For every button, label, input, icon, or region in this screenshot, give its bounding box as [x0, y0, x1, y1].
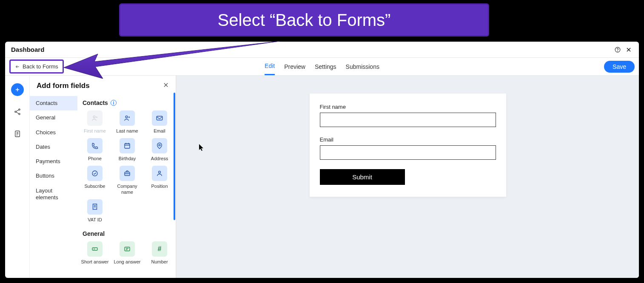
form-list-button[interactable]	[11, 127, 24, 140]
save-button[interactable]: Save	[604, 61, 635, 73]
email-input[interactable]	[320, 145, 496, 160]
person-icon	[156, 170, 163, 177]
category-contacts[interactable]: Contacts	[30, 96, 77, 110]
text-box-short-icon	[91, 245, 99, 253]
email-label: Email	[320, 136, 496, 143]
category-layout-elements[interactable]: Layout elements	[30, 184, 77, 205]
tab-edit[interactable]: Edit	[265, 58, 275, 75]
add-fields-panel: Add form fields Contacts General Choices…	[30, 76, 177, 278]
category-payments[interactable]: Payments	[30, 154, 77, 169]
form-canvas[interactable]: First name Email Submit	[177, 76, 639, 278]
field-tiles-area: Contacts i First name Last name	[77, 94, 176, 278]
field-birthday[interactable]: Birthday	[113, 138, 141, 161]
svg-rect-8	[157, 116, 162, 120]
panel-header: Add form fields	[30, 76, 176, 94]
panel-close-button[interactable]	[163, 82, 169, 90]
person-add-icon	[123, 114, 131, 122]
field-address[interactable]: Address	[145, 138, 174, 161]
arrow-left-icon	[15, 64, 20, 69]
calendar-icon	[123, 142, 131, 150]
panel-title: Add form fields	[37, 82, 90, 90]
field-subscribe[interactable]: Subscribe	[81, 166, 109, 195]
close-icon	[626, 47, 632, 53]
app-window: Dashboard Back to Forms Edit Preview Set…	[5, 42, 639, 278]
svg-point-4	[18, 113, 20, 115]
text-box-long-icon	[123, 245, 131, 253]
field-number[interactable]: # Number	[145, 241, 174, 265]
svg-point-6	[93, 116, 95, 118]
receipt-icon	[91, 203, 99, 211]
svg-rect-9	[125, 144, 130, 148]
form-icon	[14, 130, 21, 138]
svg-rect-15	[125, 247, 130, 251]
tab-settings[interactable]: Settings	[315, 58, 336, 75]
submit-button[interactable]: Submit	[320, 169, 405, 185]
section-contacts-title: Contacts i	[83, 99, 171, 106]
category-buttons[interactable]: Buttons	[30, 169, 77, 183]
field-long-answer[interactable]: Long answer	[113, 241, 141, 265]
field-vat-id[interactable]: VAT ID	[81, 199, 109, 223]
editor-navbar: Back to Forms Edit Preview Settings Subm…	[5, 58, 639, 76]
panel-scrollbar[interactable]	[174, 93, 175, 220]
instruction-callout: Select “Back to Forms”	[119, 3, 489, 37]
back-to-forms-button[interactable]: Back to Forms	[9, 59, 64, 74]
field-category-list: Contacts General Choices Dates Payments …	[30, 94, 77, 278]
tab-preview[interactable]: Preview	[284, 58, 305, 75]
field-first-name[interactable]: First name	[81, 110, 109, 134]
svg-point-11	[92, 171, 97, 176]
tab-submissions[interactable]: Submissions	[346, 58, 379, 75]
person-add-icon	[91, 114, 99, 122]
svg-point-10	[159, 144, 160, 146]
share-button[interactable]	[11, 105, 24, 118]
field-email[interactable]: Email	[145, 110, 174, 134]
add-button[interactable]	[11, 83, 24, 96]
help-button[interactable]	[613, 45, 622, 54]
cursor-icon	[199, 144, 205, 153]
field-position[interactable]: Position	[145, 166, 174, 195]
close-dashboard-button[interactable]	[624, 45, 633, 54]
svg-point-7	[125, 116, 128, 118]
phone-icon	[91, 142, 99, 150]
editor-body: Add form fields Contacts General Choices…	[5, 76, 639, 278]
field-phone[interactable]: Phone	[81, 138, 109, 161]
field-last-name[interactable]: Last name	[113, 110, 141, 134]
check-circle-icon	[91, 170, 99, 177]
svg-point-3	[14, 111, 16, 112]
editor-tabs: Edit Preview Settings Submissions	[265, 58, 379, 75]
field-short-answer[interactable]: Short answer	[81, 241, 109, 265]
map-pin-icon	[156, 142, 163, 150]
briefcase-icon	[123, 170, 131, 177]
section-general-title: General	[83, 230, 171, 237]
help-icon	[615, 47, 621, 53]
hash-icon: #	[158, 245, 162, 253]
category-general[interactable]: General	[30, 110, 77, 125]
category-dates[interactable]: Dates	[30, 140, 77, 154]
first-name-label: First name	[320, 104, 496, 110]
envelope-icon	[156, 114, 163, 122]
svg-point-13	[159, 171, 161, 173]
instruction-text: Select “Back to Forms”	[218, 11, 391, 30]
back-to-forms-label: Back to Forms	[23, 63, 58, 70]
titlebar: Dashboard	[5, 42, 639, 58]
close-icon	[163, 82, 169, 88]
share-icon	[14, 108, 21, 116]
form-preview-card: First name Email Submit	[310, 93, 506, 197]
page-title: Dashboard	[11, 46, 44, 53]
plus-icon	[14, 87, 20, 93]
left-rail	[5, 76, 30, 278]
svg-point-1	[618, 51, 618, 51]
field-company-name[interactable]: Company name	[113, 166, 141, 195]
first-name-input[interactable]	[320, 113, 496, 127]
svg-point-2	[18, 109, 20, 110]
category-choices[interactable]: Choices	[30, 125, 77, 140]
info-icon[interactable]: i	[111, 100, 117, 106]
